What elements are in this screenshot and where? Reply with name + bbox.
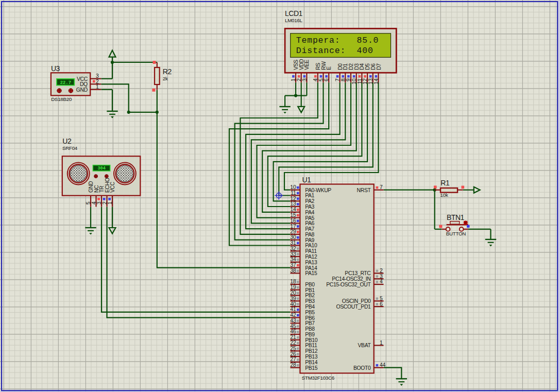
svg-text:PB1: PB1 [305,287,315,293]
svg-text:4: 4 [313,78,318,81]
svg-text:PB2: PB2 [305,293,315,298]
svg-text:38: 38 [290,268,296,274]
svg-text:34: 34 [290,257,296,262]
svg-text:U2: U2 [62,137,72,145]
svg-text:28: 28 [290,362,296,368]
svg-text:PA14: PA14 [305,265,317,271]
svg-text:PB15: PB15 [305,365,318,371]
svg-text:PC15-OSC32_OUT: PC15-OSC32_OUT [326,282,371,287]
svg-text:PB7: PB7 [305,320,315,326]
svg-text:31: 31 [290,240,296,246]
svg-text:PA12: PA12 [305,254,317,260]
svg-text:U1: U1 [302,176,312,184]
svg-text:22.7: 22.7 [60,80,71,86]
svg-text:14: 14 [374,78,379,84]
svg-text:D2: D2 [348,63,354,70]
svg-text:PB4: PB4 [305,304,315,310]
svg-text:PC14-OSC32_IN: PC14-OSC32_IN [332,276,370,282]
svg-text:PA9: PA9 [305,237,314,243]
svg-text:PA1: PA1 [305,193,314,198]
svg-text:GND: GND [76,87,88,93]
svg-text:VCC: VCC [110,181,115,193]
svg-text:44: 44 [380,362,386,368]
svg-text:ECHO: ECHO [105,178,110,193]
svg-text:13: 13 [290,201,296,207]
svg-text:5: 5 [86,201,91,204]
svg-text:VDD: VDD [299,59,304,70]
svg-text:6: 6 [380,301,383,307]
svg-text:GND: GND [88,181,94,193]
svg-text:PA6: PA6 [305,220,314,226]
svg-text:33: 33 [290,251,296,257]
svg-text:7: 7 [335,78,341,81]
svg-text:SRF04: SRF04 [62,145,78,151]
svg-text:D1: D1 [343,63,348,70]
svg-text:E: E [326,66,332,70]
svg-text:VEE: VEE [304,60,310,70]
svg-text:D6: D6 [370,63,376,70]
svg-text:PB3: PB3 [305,298,315,304]
svg-text:OSCIN_PD0: OSCIN_PD0 [342,298,371,304]
svg-text:42: 42 [290,312,296,318]
svg-text:U3: U3 [51,64,60,73]
svg-text:11: 11 [291,190,296,196]
svg-text:6: 6 [324,78,329,81]
svg-text:22: 22 [290,340,296,346]
svg-text:40: 40 [290,301,296,307]
svg-text:PA8: PA8 [305,232,314,237]
svg-text:PA11: PA11 [305,248,317,254]
svg-text:2: 2 [380,268,383,274]
svg-text:3: 3 [96,73,99,79]
svg-text:20: 20 [290,290,296,296]
svg-text:10: 10 [290,184,296,190]
svg-text:16: 16 [290,218,296,224]
svg-text:PA10: PA10 [305,243,317,248]
svg-text:1: 1 [291,78,296,81]
svg-text:PA7: PA7 [305,226,314,232]
svg-text:7: 7 [380,184,383,190]
svg-text:3: 3 [302,78,308,81]
svg-text:27: 27 [290,356,296,362]
svg-text:14: 14 [290,207,296,212]
svg-text:304: 304 [98,166,106,171]
svg-text:R2: R2 [163,67,172,76]
svg-text:Distance: 400: Distance: 400 [296,46,374,56]
svg-text:12: 12 [362,78,368,84]
svg-text:NRST: NRST [357,188,371,193]
svg-text:LCD1: LCD1 [285,9,303,18]
svg-text:43: 43 [290,318,296,323]
svg-text:DS18B20: DS18B20 [51,96,72,102]
svg-text:PA4: PA4 [305,210,314,215]
svg-text:PA2: PA2 [305,198,314,204]
svg-text:BOOT0: BOOT0 [353,365,371,371]
svg-text:46: 46 [290,329,296,334]
svg-text:2k: 2k [163,76,168,81]
svg-text:STM32F103C6: STM32F103C6 [302,375,335,381]
svg-text:11: 11 [357,78,363,84]
svg-text:18: 18 [290,279,296,284]
svg-text:17: 17 [290,224,296,229]
svg-text:1: 1 [107,201,113,204]
svg-text:3: 3 [380,274,383,279]
svg-text:PB6: PB6 [305,315,315,321]
svg-text:PA5: PA5 [305,215,314,221]
svg-text:PA15: PA15 [305,270,317,276]
svg-text:1: 1 [380,340,383,346]
svg-text:PA13: PA13 [305,260,317,265]
svg-text:VSS: VSS [293,60,299,70]
svg-text:29: 29 [290,229,296,234]
svg-text:VCC: VCC [77,76,88,82]
svg-text:2: 2 [102,201,108,204]
svg-text:Tempera: 85.0: Tempera: 85.0 [296,36,379,45]
svg-text:25: 25 [290,346,296,351]
svg-text:D7: D7 [376,63,382,70]
svg-text:32: 32 [290,246,296,251]
svg-text:13: 13 [368,78,374,84]
svg-text:PC13_RTC: PC13_RTC [345,270,371,276]
svg-text:4: 4 [91,201,97,204]
svg-text:VBAT: VBAT [358,343,371,348]
svg-text:PB11: PB11 [305,343,317,348]
svg-text:DQ: DQ [80,81,88,87]
svg-text:26: 26 [290,351,296,357]
svg-text:BUTTON: BUTTON [446,231,466,236]
